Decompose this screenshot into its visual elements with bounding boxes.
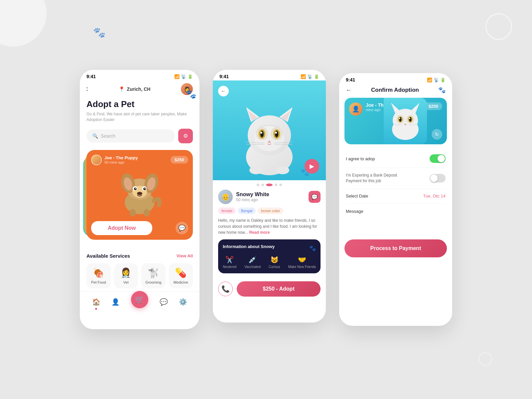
process-payment-button[interactable]: Process to Payment <box>344 239 447 257</box>
info-card-header: Information about Snowy 🐾 <box>223 244 316 252</box>
svg-point-50 <box>399 118 400 119</box>
dot-2 <box>261 184 264 186</box>
paw-decoration: 🐾 <box>186 89 196 99</box>
curious-icon: 😺 <box>269 256 280 264</box>
confirm-title: Confirm Adoption <box>371 87 419 93</box>
service-medicine[interactable]: 💊 Medicine <box>169 263 193 288</box>
paw-info-icon: 🐾 <box>309 245 316 251</box>
curious-label: Curious <box>269 265 280 269</box>
service-pet-food[interactable]: 🍖 Pet Food <box>86 263 111 288</box>
settings-nav-icon: ⚙️ <box>179 298 187 306</box>
cart-nav-icon: 🛒 <box>135 295 144 304</box>
grooming-icon: 🐩 <box>144 267 163 278</box>
vaccinated-icon: 💉 <box>244 256 261 264</box>
svg-point-11 <box>135 188 136 189</box>
service-vet[interactable]: 👩‍⚕️ Vet <box>114 263 138 288</box>
status-icons-2: 📶 📡 🔋 <box>301 74 319 79</box>
refresh-button[interactable]: ↻ <box>432 129 442 140</box>
search-icon: 🔍 <box>92 133 98 139</box>
battery-icon-2: 🔋 <box>314 74 319 79</box>
phone-detail-screen: 9:41 📶 📡 🔋 ← <box>213 70 326 323</box>
nav-home[interactable]: 🏠 <box>92 298 100 306</box>
pet-post-time: 50 mins ago <box>236 198 309 202</box>
location-pin-icon: 📍 <box>118 86 125 92</box>
bottom-action-bar: 📞 $250 - Adopt <box>213 278 326 302</box>
confirm-pet-card: 👤 Joe - The Puppy mins ago $250 <box>344 98 447 144</box>
confirm-header: ← Confirm Adoption 🐾 <box>339 84 452 98</box>
favorites-nav-icon: 💬 <box>160 298 168 306</box>
back-button[interactable]: ← <box>218 86 229 96</box>
search-placeholder: Search <box>101 133 115 139</box>
dot-1 <box>257 184 259 186</box>
confirm-card-avatar: 👤 <box>349 102 362 116</box>
tag-color: brown color <box>258 207 283 214</box>
battery-icon-3: 🔋 <box>440 77 446 82</box>
time-2: 9:41 <box>219 74 229 79</box>
services-header: Available Services View All <box>86 253 193 259</box>
view-all-link[interactable]: View All <box>177 253 193 258</box>
pet-description: Hello, my name is Oakley and like to mak… <box>218 217 321 235</box>
main-title: Adopt a Pet <box>86 99 193 109</box>
phone1-main-content: 🐾 Adopt a Pet Go & Find, We have alot of… <box>80 99 200 288</box>
agree-toggle[interactable] <box>430 154 446 163</box>
svg-point-28 <box>260 131 264 137</box>
battery-icon-1: 🔋 <box>188 74 193 79</box>
confirm-price-badge: $250 <box>425 102 442 110</box>
grooming-label: Grooming <box>144 280 163 284</box>
medicine-label: Medicine <box>172 280 191 284</box>
toggle-knob-on <box>438 155 445 162</box>
read-more-link[interactable]: Read more <box>249 230 270 235</box>
date-row[interactable]: Select Date Tue, Otc 14 <box>346 189 446 203</box>
pet-owner-info: Snowy White 50 mins ago <box>236 192 309 202</box>
adopt-price-button[interactable]: $250 - Adopt <box>237 281 321 297</box>
phone-home-screen: 9:41 📶 📡 🔋 📍 Zurich, CH 👩 🐾 <box>80 70 200 329</box>
menu-dots[interactable] <box>86 87 88 91</box>
pet-cards-stack: Joe - The Puppy 50 mins ago $250 <box>86 150 193 246</box>
svg-point-30 <box>260 132 262 134</box>
svg-rect-15 <box>144 209 150 216</box>
dot-4 <box>275 184 277 186</box>
pet-card-main[interactable]: Joe - The Puppy 50 mins ago $250 <box>86 150 193 240</box>
adopt-now-button[interactable]: Adopt Now <box>91 221 152 235</box>
bank-row: I'm Experting a Bank Deposit Payment for… <box>346 168 446 189</box>
nav-profile[interactable]: 👤 <box>111 298 120 306</box>
bank-label: I'm Experting a Bank Deposit Payment for… <box>346 173 412 184</box>
card-price-badge: $250 <box>171 156 188 164</box>
back-button-3[interactable]: ← <box>346 87 352 94</box>
svg-point-31 <box>275 132 277 134</box>
wifi-icon-3: 📡 <box>434 77 439 82</box>
info-vaccinated: 💉 Vaccinated <box>244 256 261 269</box>
pet-owner-row: 👴 Snowy White 50 mins ago 💬 <box>218 190 321 204</box>
signal-icon-1: 📶 <box>174 74 180 79</box>
profile-nav-icon: 👤 <box>111 298 120 306</box>
confirm-cat-image <box>384 98 427 144</box>
filter-icon: ⚙ <box>183 133 188 139</box>
info-curious: 😺 Curious <box>269 256 280 269</box>
nav-favorites[interactable]: 💬 <box>160 298 168 306</box>
search-input[interactable]: 🔍 Search <box>86 129 175 143</box>
nav-settings[interactable]: ⚙️ <box>179 298 187 306</box>
svg-point-29 <box>275 131 278 137</box>
filter-button[interactable]: ⚙ <box>178 129 193 143</box>
pet-food-label: Pet Food <box>89 280 108 284</box>
info-neutered: ✂️ Neutered <box>223 256 236 269</box>
chat-button[interactable]: 💬 <box>176 222 188 234</box>
paw-hero-decoration: 🐾 <box>300 168 309 177</box>
card-owner-avatar <box>91 155 102 165</box>
info-items-row: ✂️ Neutered 💉 Vaccinated 😺 Curious 🤝 Mak… <box>223 256 316 269</box>
bottom-navigation: 🏠 👤 🛒 💬 ⚙️ <box>80 292 200 312</box>
wifi-icon-1: 📡 <box>181 74 186 79</box>
call-button[interactable]: 📞 <box>218 282 233 296</box>
toggle-knob-off <box>430 175 438 182</box>
info-card-title: Information about Snowy <box>223 244 275 249</box>
service-grooming[interactable]: 🐩 Grooming <box>141 263 166 288</box>
card-pet-name: Joe - The Puppy <box>104 155 138 160</box>
card-user: Joe - The Puppy 50 mins ago <box>91 155 138 165</box>
wifi-icon-2: 📡 <box>307 74 313 79</box>
agree-label: I agree to adop <box>346 156 375 161</box>
services-title: Available Services <box>86 253 130 259</box>
message-button[interactable]: 💬 <box>309 191 321 203</box>
phone-confirm-screen: 9:41 📶 📡 🔋 ← Confirm Adoption 🐾 👤 Joe - … <box>339 73 452 326</box>
nav-center-button[interactable]: 🛒 <box>131 291 148 308</box>
bank-toggle[interactable] <box>430 174 446 183</box>
